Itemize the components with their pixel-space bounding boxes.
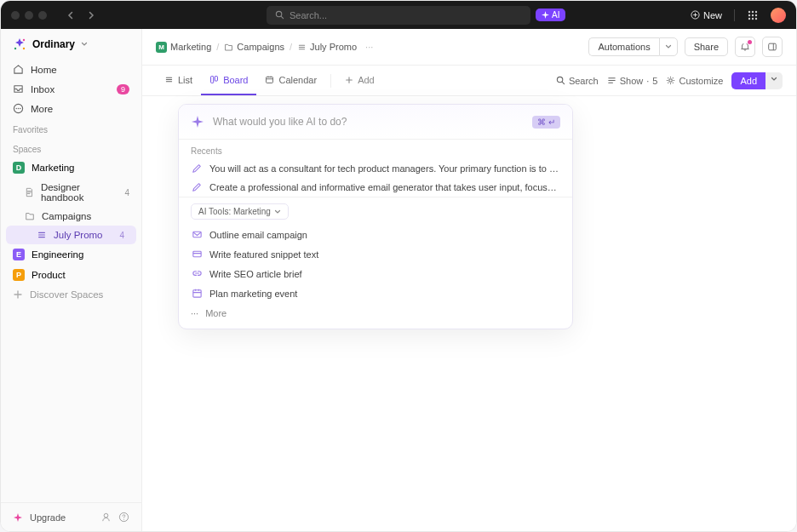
folder-icon [224, 43, 233, 52]
content: M Marketing / Campaigns / July Promo ··· [142, 29, 796, 531]
list-label: July Promo [54, 230, 103, 240]
automations-button[interactable]: Automations [588, 37, 658, 56]
pencil-icon [191, 163, 203, 174]
calendar-icon [191, 288, 203, 299]
link-icon [191, 268, 203, 279]
breadcrumb-more[interactable]: ··· [365, 42, 373, 52]
ai-tool-snippet[interactable]: Write featured snippet text [179, 244, 572, 264]
add-view-label: Add [358, 75, 375, 85]
ai-tool-seo-brief[interactable]: Write SEO article brief [179, 264, 572, 283]
svg-rect-20 [769, 43, 777, 50]
svg-rect-27 [192, 251, 200, 257]
svg-rect-21 [211, 77, 214, 83]
nav-home[interactable]: Home [1, 60, 141, 79]
global-search[interactable]: Search... [267, 6, 530, 25]
view-show-sep: · [646, 76, 649, 86]
svg-rect-22 [215, 77, 217, 82]
space-label: Product [32, 270, 66, 280]
content-header: M Marketing / Campaigns / July Promo ··· [142, 29, 796, 66]
list-view-icon [164, 75, 174, 84]
ai-input[interactable]: What would you like AI to do? ⌘ ↵ [179, 105, 572, 139]
workspace-switcher[interactable]: Ordinary [1, 29, 141, 60]
ai-recent-item[interactable]: You will act as a consultant for tech pr… [179, 159, 572, 178]
svg-point-8 [748, 17, 750, 19]
space-engineering[interactable]: E Engineering [1, 244, 141, 265]
forward-button[interactable] [83, 7, 100, 24]
automations-button-group: Automations [588, 37, 677, 56]
new-button[interactable]: New [691, 10, 722, 20]
notifications-button[interactable] [735, 37, 755, 57]
ai-recent-item[interactable]: Create a professional and informative em… [179, 178, 572, 197]
nav-more-label: More [31, 104, 53, 114]
svg-point-15 [15, 108, 16, 109]
view-tab-label: List [178, 75, 192, 85]
breadcrumb-separator: / [290, 42, 292, 52]
nav-more[interactable]: More [1, 99, 141, 118]
list-july-promo[interactable]: July Promo 4 [6, 226, 136, 244]
envelope-icon [191, 229, 203, 240]
document-icon [25, 187, 34, 197]
close-window[interactable] [11, 11, 20, 20]
spaces-section-label: Spaces [1, 138, 141, 157]
add-view-button[interactable]: Add [336, 66, 383, 95]
svg-point-11 [23, 39, 25, 41]
automations-dropdown[interactable] [659, 37, 678, 56]
space-badge: E [13, 249, 25, 260]
view-search[interactable]: Search [556, 76, 599, 86]
view-tab-board[interactable]: Board [201, 66, 256, 95]
discover-spaces[interactable]: Discover Spaces [1, 285, 141, 304]
svg-point-9 [752, 17, 754, 19]
view-show-count: 5 [652, 76, 657, 86]
ai-badge[interactable]: AI [536, 9, 565, 21]
search-placeholder: Search... [290, 10, 327, 20]
apps-icon[interactable] [747, 9, 759, 21]
ai-recents-label: Recents [179, 140, 572, 159]
doc-designer-handbook[interactable]: Designer handbook 4 [1, 178, 141, 207]
view-tab-calendar[interactable]: Calendar [256, 66, 325, 95]
nav-inbox-label: Inbox [31, 84, 54, 94]
space-marketing[interactable]: D Marketing [1, 157, 141, 178]
panel-icon [767, 42, 777, 52]
svg-point-2 [748, 10, 750, 12]
window-controls [11, 11, 47, 20]
ai-tool-outline-email[interactable]: Outline email campaign [179, 225, 572, 244]
maximize-window[interactable] [38, 11, 47, 20]
panel-toggle-button[interactable] [762, 37, 783, 57]
add-task-dropdown[interactable] [765, 72, 783, 89]
nav-home-label: Home [31, 65, 57, 75]
pencil-icon [191, 182, 203, 192]
svg-point-17 [20, 108, 20, 109]
view-customize[interactable]: Customize [666, 76, 723, 86]
view-tab-list[interactable]: List [156, 66, 201, 95]
view-show[interactable]: Show · 5 [607, 76, 658, 86]
chevron-down-icon [81, 41, 88, 48]
user-icon[interactable] [100, 512, 112, 523]
crumb-label: Marketing [170, 42, 211, 52]
sidebar-footer: Upgrade [1, 502, 141, 531]
nav-inbox[interactable]: Inbox 9 [1, 79, 141, 99]
svg-point-13 [23, 48, 25, 49]
space-badge: P [13, 269, 25, 281]
space-label: Engineering [32, 249, 83, 260]
upgrade-button[interactable]: Upgrade [30, 512, 66, 523]
share-button[interactable]: Share [685, 37, 728, 56]
breadcrumb-folder[interactable]: Campaigns [224, 42, 284, 52]
ai-more-button[interactable]: ··· More [179, 303, 572, 329]
user-avatar[interactable] [771, 8, 786, 23]
space-product[interactable]: P Product [1, 265, 141, 285]
back-button[interactable] [62, 7, 79, 24]
help-icon[interactable] [118, 512, 129, 523]
chevron-down-icon [771, 76, 777, 83]
add-task-button[interactable]: Add [731, 72, 765, 89]
ai-tool-plan-event[interactable]: Plan marketing event [179, 283, 572, 303]
minimize-window[interactable] [25, 11, 33, 20]
search-icon [275, 10, 284, 20]
divider [330, 74, 331, 88]
folder-campaigns[interactable]: Campaigns [1, 207, 141, 226]
ai-tools-filter[interactable]: AI Tools: Marketing [191, 203, 289, 220]
doc-count: 4 [124, 188, 129, 197]
breadcrumb-workspace[interactable]: M Marketing [156, 42, 211, 53]
breadcrumb-page[interactable]: July Promo [297, 42, 357, 52]
svg-point-10 [755, 17, 757, 19]
sidebar: Ordinary Home Inbox 9 More Favorites Spa… [1, 29, 142, 531]
